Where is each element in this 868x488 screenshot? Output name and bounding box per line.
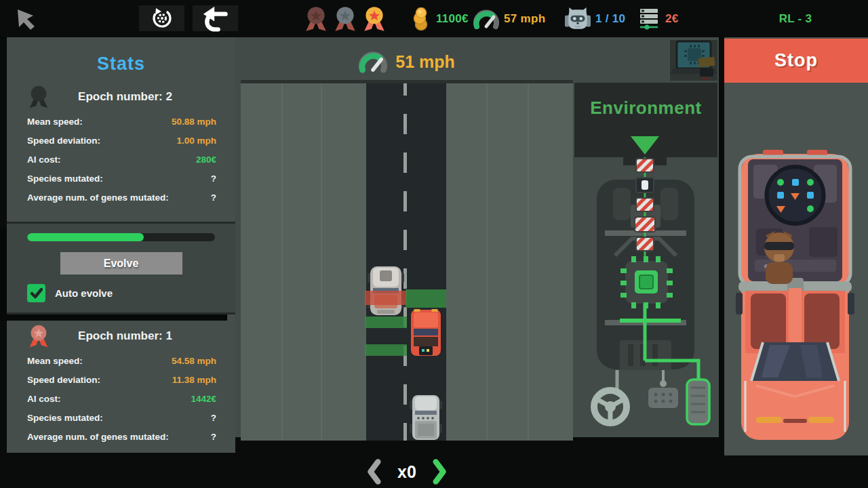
stop-button[interactable]: Stop bbox=[724, 39, 868, 83]
stat-value: ? bbox=[211, 413, 219, 423]
epoch-2-block: Epoch number: 2 Mean speed:50.88 mph Spe… bbox=[7, 84, 235, 203]
stats-title: Stats bbox=[7, 37, 235, 75]
medal-dark-icon bbox=[27, 84, 50, 110]
stat-row: Mean speed:50.88 mph bbox=[27, 117, 219, 127]
level-value: RL - 3 bbox=[779, 12, 812, 26]
stat-label: AI cost: bbox=[27, 394, 61, 404]
stat-label: Species mutated: bbox=[27, 413, 103, 423]
stat-row: AI cost:1442€ bbox=[27, 394, 219, 404]
increase-speed-button[interactable] bbox=[433, 458, 448, 485]
ai-cost-value: 2€ bbox=[665, 12, 679, 26]
steering-wheel-icon bbox=[594, 390, 627, 423]
grass-stripe bbox=[281, 83, 283, 441]
round-counter: 1 / 10 bbox=[565, 0, 625, 37]
evolve-section: Evolve Auto evolve bbox=[7, 222, 235, 314]
ai-car-red bbox=[408, 308, 443, 357]
evolve-progress-bar bbox=[27, 233, 215, 241]
sliders-icon bbox=[637, 7, 660, 31]
coins-value: 1100€ bbox=[436, 12, 469, 26]
stat-value: 11.38 mph bbox=[172, 375, 219, 385]
speed-counter: 57 mph bbox=[473, 0, 545, 37]
bottom-bar: x0 bbox=[0, 455, 868, 488]
car-showcase bbox=[724, 83, 868, 455]
laptop-cpu-icon[interactable] bbox=[670, 40, 717, 81]
epoch-1-title: Epoch number: 1 bbox=[50, 329, 219, 343]
level-indicator: RL - 3 bbox=[765, 0, 826, 37]
stat-label: AI cost: bbox=[27, 155, 61, 165]
gas-pedal-icon bbox=[687, 380, 709, 424]
grass-stripe bbox=[486, 83, 488, 441]
stat-label: Mean speed: bbox=[27, 117, 83, 127]
hud-speed-value: 51 mph bbox=[395, 52, 455, 72]
evolve-progress-fill bbox=[27, 233, 144, 241]
stat-row: Speed deviation:1.00 mph bbox=[27, 136, 219, 146]
sensor-ray bbox=[365, 344, 407, 356]
sensor-ray bbox=[406, 289, 446, 308]
auto-evolve-label: Auto evolve bbox=[55, 287, 113, 299]
epoch-1-block: Epoch number: 1 Mean speed:54.58 mph Spe… bbox=[7, 314, 235, 451]
stat-row: Species mutated:? bbox=[27, 413, 219, 423]
medal-bronze-icon bbox=[304, 5, 328, 33]
stat-row: Mean speed:54.58 mph bbox=[27, 356, 219, 366]
medal-pink-icon bbox=[27, 323, 50, 349]
game-root: 1100€ 57 mph 1 / 10 bbox=[0, 0, 868, 488]
brake-pedal-icon bbox=[648, 380, 678, 408]
decrease-speed-button[interactable] bbox=[366, 458, 381, 485]
evolve-button[interactable]: Evolve bbox=[60, 252, 182, 274]
epoch-2-title: Epoch number: 2 bbox=[50, 90, 219, 104]
medal-silver-icon bbox=[333, 5, 357, 33]
cursor-arrow-icon bbox=[14, 7, 37, 31]
stat-row: Species mutated:? bbox=[27, 174, 219, 184]
environment-title: Environment bbox=[574, 83, 717, 119]
speed-value: 57 mph bbox=[504, 12, 545, 26]
stat-value: ? bbox=[211, 192, 219, 203]
simulation-area: 51 mph bbox=[235, 37, 719, 437]
stat-value: 280€ bbox=[196, 155, 219, 165]
medals-group bbox=[304, 0, 387, 37]
restart-gear-icon bbox=[151, 7, 174, 30]
ai-cost-counter: 2€ bbox=[637, 0, 679, 37]
checkmark-icon bbox=[31, 288, 43, 299]
round-value: 1 / 10 bbox=[595, 12, 625, 26]
traffic-pickup-gray bbox=[410, 394, 442, 441]
top-bar: 1100€ 57 mph 1 / 10 bbox=[0, 0, 868, 39]
stat-row: Average num. of genes mutated:? bbox=[27, 432, 219, 442]
player-car-top-view bbox=[736, 147, 854, 445]
stat-value: 50.88 mph bbox=[172, 117, 219, 127]
driving-field bbox=[241, 80, 573, 441]
sensor-ray-hit bbox=[365, 291, 407, 305]
stat-row: Speed deviation:11.38 mph bbox=[27, 375, 219, 385]
right-panel: Stop bbox=[724, 37, 868, 455]
stat-label: Species mutated: bbox=[27, 174, 103, 184]
stat-row: AI cost:280€ bbox=[27, 155, 219, 165]
back-button[interactable] bbox=[14, 0, 37, 37]
sensor-ray bbox=[365, 317, 407, 328]
auto-evolve-checkbox[interactable] bbox=[27, 284, 45, 302]
cpu-chip-icon bbox=[620, 256, 673, 308]
stat-label: Speed deviation: bbox=[27, 375, 100, 385]
stats-panel: Stats Epoch number: 2 Mean speed:50.88 m… bbox=[7, 37, 235, 453]
grass-stripe bbox=[528, 83, 529, 441]
stat-row: Average num. of genes mutated:? bbox=[27, 192, 219, 203]
stat-value: ? bbox=[211, 432, 219, 442]
sim-speed-value: x0 bbox=[397, 462, 416, 482]
coins-icon bbox=[411, 7, 431, 30]
coins-counter: 1100€ bbox=[411, 0, 469, 37]
stat-label: Average num. of genes mutated: bbox=[27, 192, 169, 203]
bear-driver bbox=[764, 231, 794, 284]
speed-hud: 51 mph bbox=[241, 49, 573, 74]
restart-button[interactable] bbox=[139, 5, 184, 31]
stat-label: Speed deviation: bbox=[27, 136, 100, 146]
speedometer-icon bbox=[359, 49, 387, 74]
sim-speed-control: x0 bbox=[353, 455, 461, 488]
car-chassis-diagram bbox=[578, 157, 713, 437]
arrow-down-icon bbox=[631, 136, 659, 155]
owl-icon bbox=[565, 7, 591, 31]
undo-icon bbox=[202, 4, 229, 33]
undo-button[interactable] bbox=[193, 5, 238, 31]
road bbox=[366, 83, 446, 441]
stat-value: 1.00 mph bbox=[176, 136, 219, 146]
stat-value: 1442€ bbox=[191, 394, 219, 404]
grass-stripe bbox=[321, 83, 322, 441]
stat-label: Mean speed: bbox=[27, 356, 83, 366]
